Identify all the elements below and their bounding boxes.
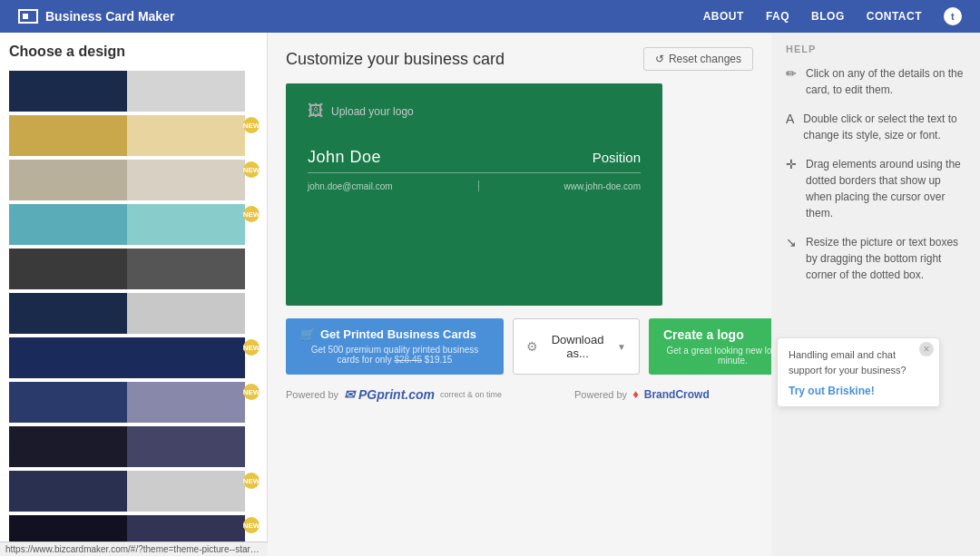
card-name[interactable]: John Doe [308,148,381,167]
design-item[interactable] [9,293,258,334]
image-icon: 🖼 [308,102,324,121]
help-icon-2: ✛ [786,157,797,171]
brandcrowd-icon: ♦ [632,387,639,401]
sidebar-title: Choose a design [9,44,258,60]
header: Business Card Maker ABOUT FAQ BLOG CONTA… [0,0,980,33]
new-badge: new [243,473,260,489]
card-website[interactable]: www.john-doe.com [564,181,641,191]
nav-faq[interactable]: FAQ [766,10,789,23]
pgprint-logo: ✉ PGprint.com [344,387,435,402]
design-item[interactable]: new [9,337,258,378]
help-text-1: Double click or select the text to chang… [803,111,965,143]
card-contact-row: john.doe@cmail.com www.john-doe.com [308,180,641,191]
action-row: 🛒 Get Printed Business Cards Get 500 pre… [286,318,753,375]
new-badge: new [243,117,260,133]
cart-icon: 🛒 [300,327,315,341]
help-icon-3: ↘ [786,235,797,249]
help-panel: HELP ✏Click on any of the details on the… [771,33,980,556]
design-item[interactable] [9,249,258,289]
help-text-3: Resize the picture or text boxes by drag… [806,234,965,283]
content-area: Customize your business card ↺ Reset cha… [268,33,771,556]
reset-button[interactable]: ↺ Reset changes [643,47,753,71]
design-list: newnewnewnewnewnewnew [9,71,258,556]
card-name-row: John Doe Position [308,148,641,167]
content-header: Customize your business card ↺ Reset cha… [286,47,753,71]
twitter-icon[interactable]: t [944,7,962,25]
gear-icon: ⚙ [526,339,538,354]
nav-blog[interactable]: BLOG [811,10,845,23]
card-divider [308,172,641,173]
download-button[interactable]: ⚙ Download as... ▼ [513,318,640,375]
help-item: ADouble click or select the text to chan… [786,111,965,143]
chat-link[interactable]: Try out Briskine! [789,385,928,397]
chat-text: Handling email and chat support for your… [789,347,928,377]
card-preview[interactable]: 🖼 Upload your logo John Doe Position joh… [286,83,662,306]
design-item[interactable]: new [9,115,258,156]
header-nav: ABOUT FAQ BLOG CONTACT t [703,7,962,25]
powered-by-print: Powered by ✉ PGprint.com correct & on ti… [286,387,502,402]
chat-popup: × Handling email and chat support for yo… [777,337,940,407]
chat-close-button[interactable]: × [919,342,934,356]
nav-contact[interactable]: CONTACT [867,10,922,23]
card-vertical-divider [478,180,479,191]
reset-label: Reset changes [669,53,741,65]
card-email[interactable]: john.doe@cmail.com [308,181,393,191]
sidebar: Choose a design newnewnewnewnewnewnew ht… [0,33,268,556]
help-item: ✏Click on any of the details on the card… [786,65,965,98]
main-layout: Choose a design newnewnewnewnewnewnew ht… [0,33,980,556]
new-badge: new [243,339,260,356]
logo-text: Business Card Maker [45,9,174,24]
design-item[interactable]: new [9,382,258,423]
new-badge: new [243,384,260,400]
print-button[interactable]: 🛒 Get Printed Business Cards Get 500 pre… [286,318,504,375]
brandcrowd-name: BrandCrowd [644,388,710,401]
header-logo: Business Card Maker [18,9,174,24]
logo-btn-title: Create a logo [663,327,744,342]
design-item[interactable]: new [9,160,258,200]
design-item[interactable] [9,426,258,467]
url-bar: https://www.bizcardmaker.com/#/?theme=th… [0,541,268,556]
help-title: HELP [786,44,965,54]
reset-icon: ↺ [655,53,664,65]
design-item[interactable]: new [9,204,258,245]
card-position[interactable]: Position [593,150,641,165]
new-badge: new [243,206,260,222]
help-item: ↘Resize the picture or text boxes by dra… [786,234,965,283]
upload-text: Upload your logo [331,105,414,118]
design-item[interactable]: new [9,471,258,512]
help-text-2: Drag elements around using the dotted bo… [806,156,965,221]
print-btn-sub: Get 500 premium quality printed business… [300,345,489,365]
help-icon-1: A [786,112,794,126]
new-badge: new [243,161,260,178]
help-item: ✛Drag elements around using the dotted b… [786,156,965,221]
download-label: Download as... [545,333,610,360]
help-text-0: Click on any of the details on the card,… [806,65,965,98]
logo-upload-area[interactable]: 🖼 Upload your logo [308,102,641,121]
powered-by-logo: Powered by ♦ BrandCrowd [574,387,710,401]
help-icon-0: ✏ [786,66,797,81]
print-btn-title: 🛒 Get Printed Business Cards [300,327,476,341]
logo-icon [18,9,38,24]
logo-btn-sub: Get a great looking new logo in a minute… [663,346,771,366]
nav-about[interactable]: ABOUT [703,10,744,23]
design-item[interactable] [9,71,258,112]
logo-button[interactable]: Create a logo Get a great looking new lo… [649,318,771,375]
chevron-down-icon: ▼ [617,342,626,352]
new-badge: new [243,517,260,533]
page-title: Customize your business card [286,50,505,69]
help-items: ✏Click on any of the details on the card… [786,65,965,283]
